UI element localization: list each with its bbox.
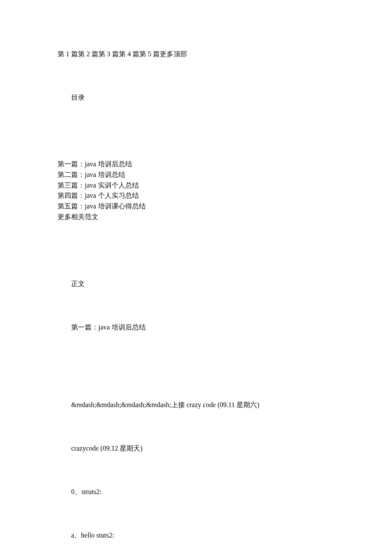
paragraph: a、hello stuts2:: [58, 530, 334, 541]
article-title-text: 第一篇：java 培训后总结: [71, 324, 146, 331]
article-title: 第一篇：java 培训后总结: [58, 322, 334, 332]
section-label-text: 正文: [71, 280, 85, 287]
section-label: 正文: [58, 279, 334, 289]
toc-item: 第一篇：java 培训后总结: [58, 159, 334, 170]
toc-list: 第一篇：java 培训后总结 第二篇：java 培训总结 第三篇：java 实训…: [58, 159, 334, 223]
paragraph: 0、struts2:: [58, 487, 334, 497]
toc-item-text: 第五篇：java 培训课心得总结: [58, 202, 146, 210]
nav-header: 第 1 篇第 2 篇第 3 篇第 4 篇第 5 篇更多顶部: [58, 49, 334, 59]
paragraph-text: 0、struts2:: [71, 488, 101, 495]
toc-item-text: 第一篇：java 培训后总结: [58, 160, 132, 168]
toc-item-text: 更多相关范文: [58, 213, 98, 220]
nav-header-text: 第 1 篇第 2 篇第 3 篇第 4 篇第 5 篇更多顶部: [58, 50, 187, 58]
paragraph-text: crazycode (09.12 星期天): [71, 445, 143, 452]
toc-item-text: 第三篇：java 实训个人总结: [58, 182, 139, 189]
toc-item: 第五篇：java 培训课心得总结: [58, 201, 334, 212]
paragraph-text: &mdash;&mdash;&mdash;&mdash;上接 crazy cod…: [71, 401, 259, 408]
toc-title: 目录: [58, 92, 334, 103]
toc-item: 更多相关范文: [58, 212, 334, 223]
toc-item: 第二篇：java 培训总结: [58, 170, 334, 180]
toc-item-text: 第四篇：java 个人实习总结: [58, 192, 139, 199]
paragraph: &mdash;&mdash;&mdash;&mdash;上接 crazy cod…: [58, 400, 334, 410]
toc-item-text: 第二篇：java 培训总结: [58, 171, 125, 178]
toc-item: 第三篇：java 实训个人总结: [58, 180, 334, 191]
toc-item: 第四篇：java 个人实习总结: [58, 191, 334, 201]
paragraph: crazycode (09.12 星期天): [58, 443, 334, 454]
toc-title-text: 目录: [71, 94, 85, 101]
paragraph-text: a、hello stuts2:: [71, 532, 114, 539]
